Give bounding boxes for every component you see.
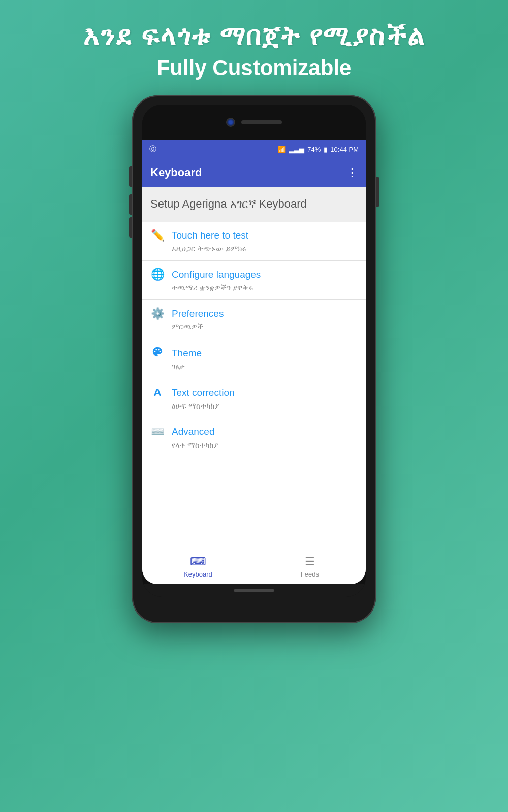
signal-icon: ▂▃▅ — [289, 146, 304, 153]
phone-device: ⓪ 📶 ▂▃▅ 74% ▮ 10:44 PM Keyboard ⋮ Setup … — [132, 95, 376, 623]
feeds-nav-label: Feeds — [301, 570, 319, 578]
menu-item-touch-test[interactable]: ✏️ Touch here to test አዚሀጋር ትጭኑው ይምክሩ — [142, 222, 366, 261]
app-bar: Keyboard ⋮ — [142, 158, 366, 187]
wifi-icon: 📶 — [278, 146, 286, 153]
text-correction-label: Text correction — [172, 387, 235, 398]
theme-sublabel: ገፅታ — [150, 362, 358, 377]
screen-bezel: ⓪ 📶 ▂▃▅ 74% ▮ 10:44 PM Keyboard ⋮ Setup … — [142, 105, 366, 597]
time-display: 10:44 PM — [330, 146, 359, 153]
menu-item-row-preferences: ⚙️ Preferences — [150, 307, 358, 320]
home-button[interactable] — [234, 589, 274, 592]
menu-item-text-correction[interactable]: A Text correction ፅሁፍ ማስተካከያ — [142, 379, 366, 418]
menu-item-advanced[interactable]: ⌨️ Advanced የላቀ ማስተካከያ — [142, 418, 366, 457]
status-bar-right: 📶 ▂▃▅ 74% ▮ 10:44 PM — [278, 146, 359, 153]
menu-item-row-advanced: ⌨️ Advanced — [150, 425, 358, 438]
ethiopic-title: እንደ ፍላጎቱ ማበጀት የሚያስችል — [83, 20, 424, 52]
keyboard-nav-icon: ⌨ — [190, 555, 206, 568]
battery-icon: ▮ — [324, 146, 327, 153]
feeds-nav-icon: ☰ — [305, 555, 315, 568]
gear-icon: ⚙️ — [150, 307, 165, 320]
keyboard-nav-label: Keyboard — [184, 570, 212, 578]
advanced-label: Advanced — [172, 426, 215, 437]
subtitle: Fully Customizable — [83, 56, 424, 80]
notification-icon: ⓪ — [149, 145, 156, 154]
preferences-sublabel: ምርጫዎች — [150, 322, 358, 336]
menu-item-row-languages: 🌐 Configure languages — [150, 268, 358, 281]
speaker-grille — [241, 120, 282, 124]
menu-item-row-touch: ✏️ Touch here to test — [150, 229, 358, 242]
menu-item-theme[interactable]: Theme ገፅታ — [142, 339, 366, 379]
nav-item-feeds[interactable]: ☰ Feeds — [254, 555, 366, 578]
hero-section: እንደ ፍላጎቱ ማበጀት የሚያስችል Fully Customizable — [83, 20, 424, 80]
theme-label: Theme — [172, 348, 202, 359]
theme-icon — [150, 346, 165, 360]
setup-title: Setup Agerigna አገርኛ Keyboard — [150, 197, 358, 212]
pencil-icon: ✏️ — [150, 229, 165, 242]
home-indicator — [142, 584, 366, 597]
menu-item-languages[interactable]: 🌐 Configure languages ተጫማሪ ቋንቋዎችን ያዋቅሩ — [142, 261, 366, 300]
menu-item-row-theme: Theme — [150, 346, 358, 360]
menu-list: ✏️ Touch here to test አዚሀጋር ትጭኑው ይምክሩ 🌐 … — [142, 222, 366, 549]
screen: ⓪ 📶 ▂▃▅ 74% ▮ 10:44 PM Keyboard ⋮ Setup … — [142, 140, 366, 584]
menu-item-row-text-correction: A Text correction — [150, 386, 358, 399]
languages-sublabel: ተጫማሪ ቋንቋዎችን ያዋቅሩ — [150, 283, 358, 297]
status-bar: ⓪ 📶 ▂▃▅ 74% ▮ 10:44 PM — [142, 140, 366, 158]
advanced-sublabel: የላቀ ማስተካከያ — [150, 441, 358, 455]
keyboard-icon: ⌨️ — [150, 425, 165, 438]
more-options-icon[interactable]: ⋮ — [346, 166, 358, 179]
camera-lens — [226, 118, 235, 127]
nav-item-keyboard[interactable]: ⌨ Keyboard — [142, 555, 254, 578]
setup-header: Setup Agerigna አገርኛ Keyboard — [142, 187, 366, 222]
preferences-label: Preferences — [172, 308, 224, 319]
battery-percent: 74% — [307, 146, 321, 153]
touch-test-sublabel: አዚሀጋር ትጭኑው ይምክሩ — [150, 244, 358, 258]
status-bar-left: ⓪ — [149, 145, 156, 154]
globe-icon: 🌐 — [150, 268, 165, 281]
touch-test-label: Touch here to test — [172, 230, 248, 241]
app-bar-title: Keyboard — [150, 166, 202, 179]
bottom-nav: ⌨ Keyboard ☰ Feeds — [142, 549, 366, 584]
camera-area — [142, 105, 366, 140]
text-correction-sublabel: ፅሁፍ ማስተካከያ — [150, 401, 358, 416]
languages-label: Configure languages — [172, 269, 261, 280]
menu-item-preferences[interactable]: ⚙️ Preferences ምርጫዎች — [142, 300, 366, 339]
text-correction-icon: A — [150, 386, 165, 399]
